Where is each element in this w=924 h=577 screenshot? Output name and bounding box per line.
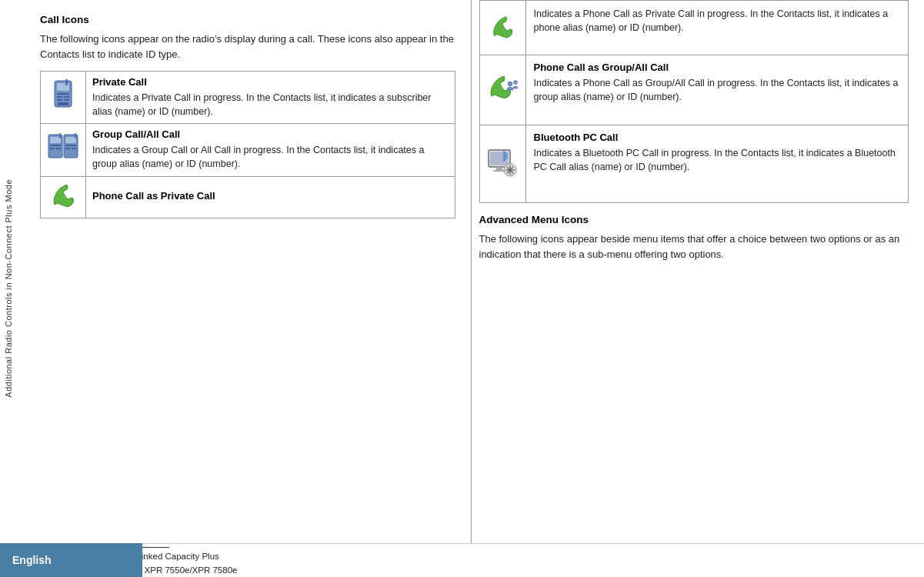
svg-rect-8 xyxy=(58,102,68,105)
table-row: Private Call Indicates a Private Call in… xyxy=(41,72,455,124)
phone-private-desc: Phone Call as Private Call xyxy=(86,176,455,218)
phone-private-right-icon xyxy=(489,14,516,42)
language-tab[interactable]: English xyxy=(0,543,142,577)
phone-private-call-icon xyxy=(48,182,78,211)
group-call-desc: Group Call/All Call Indicates a Group Ca… xyxy=(86,124,455,176)
advanced-menu-section: Advanced Menu Icons The following icons … xyxy=(479,214,909,262)
private-call-icon xyxy=(48,79,78,113)
svg-point-21 xyxy=(508,82,512,86)
svg-rect-20 xyxy=(72,148,76,149)
bluetooth-pc-desc: Bluetooth PC Call Indicates a Bluetooth … xyxy=(526,125,909,180)
table-row: Group Call/All Call Indicates a Group Ca… xyxy=(41,124,455,176)
group-call-icon xyxy=(47,132,79,165)
svg-rect-2 xyxy=(65,79,68,85)
left-section-intro: The following icons appear on the radio’… xyxy=(40,32,455,62)
footer: 42 4 Not applicable in Linked Capacity P… xyxy=(17,543,924,577)
phone-private-right-desc: Indicates a Phone Call as Private Call i… xyxy=(526,1,909,41)
footnote-2: 5 Only applicable for XPR 7550e/XPR 7580… xyxy=(62,563,909,577)
phone-private-icon-cell xyxy=(41,176,86,218)
svg-rect-10 xyxy=(50,137,61,143)
footer-notes: 4 Not applicable in Linked Capacity Plus… xyxy=(62,547,909,577)
private-call-title: Private Call xyxy=(92,76,449,88)
left-column: Call Icons The following icons appear on… xyxy=(17,0,471,543)
phone-group-icon xyxy=(487,75,518,105)
language-label: English xyxy=(12,554,52,566)
bluetooth-pc-title: Bluetooth PC Call xyxy=(534,132,901,143)
svg-rect-5 xyxy=(64,96,69,98)
right-row-phone-group: Phone Call as Group/All Call Indicates a… xyxy=(479,55,909,125)
advanced-menu-description: The following icons appear beside menu i… xyxy=(479,232,909,262)
advanced-menu-title: Advanced Menu Icons xyxy=(479,214,909,225)
footnote-1: 4 Not applicable in Linked Capacity Plus xyxy=(62,549,909,563)
bluetooth-pc-text: Indicates a Bluetooth PC Call in progres… xyxy=(534,146,901,174)
phone-group-icon-cell xyxy=(480,55,526,125)
call-icons-table: Private Call Indicates a Private Call in… xyxy=(40,71,455,218)
svg-rect-19 xyxy=(65,148,70,149)
left-section-title: Call Icons xyxy=(40,14,455,25)
svg-rect-3 xyxy=(57,93,69,95)
main-content: Call Icons The following icons appear on… xyxy=(17,0,924,543)
svg-rect-18 xyxy=(65,145,76,146)
private-call-desc: Private Call Indicates a Private Call in… xyxy=(86,72,455,124)
bluetooth-pc-icon xyxy=(487,148,518,179)
phone-group-title: Phone Call as Group/All Call xyxy=(534,62,901,73)
right-row-bluetooth: Bluetooth PC Call Indicates a Bluetooth … xyxy=(479,125,909,203)
svg-rect-25 xyxy=(496,167,502,170)
svg-rect-6 xyxy=(57,99,62,101)
table-row: Phone Call as Private Call xyxy=(41,176,455,218)
svg-rect-13 xyxy=(65,137,76,143)
right-row-phone-private: Indicates a Phone Call as Private Call i… xyxy=(479,0,909,55)
sidebar-label: Additional Radio Controls in Non-Connect… xyxy=(4,179,13,398)
svg-rect-17 xyxy=(56,148,61,149)
private-call-icon-cell xyxy=(41,72,86,124)
bluetooth-pc-icon-cell xyxy=(480,125,526,202)
svg-rect-11 xyxy=(59,133,61,138)
phone-group-text: Indicates a Phone Call as Group/All Call… xyxy=(534,76,901,104)
svg-rect-4 xyxy=(57,96,62,98)
group-call-icon-cell xyxy=(41,124,86,176)
svg-rect-15 xyxy=(50,145,61,146)
right-column: Indicates a Phone Call as Private Call i… xyxy=(471,0,925,543)
phone-private-right-icon-cell xyxy=(480,1,526,55)
group-call-title: Group Call/All Call xyxy=(92,128,449,140)
sidebar: Additional Radio Controls in Non-Connect… xyxy=(0,0,17,577)
svg-point-22 xyxy=(514,81,518,85)
phone-private-right-text: Indicates a Phone Call as Private Call i… xyxy=(534,7,901,35)
group-call-text: Indicates a Group Call or All Call in pr… xyxy=(92,143,449,171)
phone-group-desc: Phone Call as Group/All Call Indicates a… xyxy=(526,55,909,110)
phone-private-title: Phone Call as Private Call xyxy=(92,190,449,202)
private-call-text: Indicates a Private Call in progress. In… xyxy=(92,91,449,118)
svg-rect-16 xyxy=(50,148,55,149)
svg-rect-14 xyxy=(75,133,76,138)
footer-content: 42 4 Not applicable in Linked Capacity P… xyxy=(40,547,909,577)
svg-rect-7 xyxy=(64,99,69,101)
